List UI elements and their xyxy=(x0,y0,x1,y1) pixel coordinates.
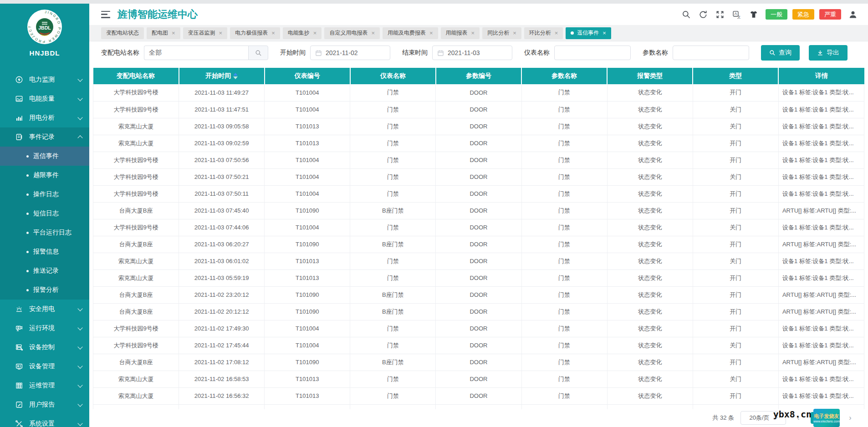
table-cell: DOOR xyxy=(436,286,521,303)
table-cell: 2021-11-03 07:50:11 xyxy=(179,185,265,202)
column-header-参数名称[interactable]: 参数名称 xyxy=(521,68,607,84)
close-icon[interactable]: × xyxy=(371,30,375,36)
table-cell: 门禁 xyxy=(521,135,607,152)
meter-name-input[interactable] xyxy=(554,46,631,60)
table-cell: 关门 xyxy=(693,253,778,269)
search-icon[interactable] xyxy=(681,10,691,20)
menu-toggle-icon[interactable] xyxy=(101,11,110,18)
tab-电力极值报表[interactable]: 电力极值报表× xyxy=(230,27,280,39)
sidebar-item-label: 运维管理 xyxy=(29,381,75,390)
sidebar-item-label: 用电分析 xyxy=(29,114,75,122)
sidebar-subitem-报警分析[interactable]: 报警分析 xyxy=(0,280,89,300)
refresh-icon[interactable] xyxy=(698,10,708,20)
column-header-详情[interactable]: 详情 xyxy=(778,68,864,84)
sidebar-subitem-推送记录[interactable]: 推送记录 xyxy=(0,261,89,280)
alarm-badge-紧急[interactable]: 紧急 xyxy=(792,9,814,20)
sidebar-item-运行环境[interactable]: 运行环境 xyxy=(0,319,89,338)
tab-变压器监测[interactable]: 变压器监测× xyxy=(183,27,228,39)
sidebar-item-事件记录[interactable]: 事件记录 xyxy=(0,127,89,147)
sidebar-item-电能质量[interactable]: 电能质量 xyxy=(0,89,89,108)
tab-环比分析[interactable]: 环比分析× xyxy=(524,27,563,39)
end-date-input[interactable]: 2021-11-03 xyxy=(432,46,512,60)
table-cell xyxy=(607,404,693,409)
column-header-开始时间[interactable]: 开始时间 xyxy=(179,68,265,84)
sidebar-item-用电分析[interactable]: 用电分析 xyxy=(0,108,89,127)
tab-配电图[interactable]: 配电图× xyxy=(147,27,180,39)
table-cell: T101013 xyxy=(265,118,350,135)
tab-同比分析[interactable]: 同比分析× xyxy=(482,27,521,39)
close-icon[interactable]: × xyxy=(555,30,558,36)
table-cell: DOOR xyxy=(436,269,521,286)
page-size-select[interactable]: 20条/页 xyxy=(740,411,786,425)
table-cell: 2021-11-02 17:49:30 xyxy=(179,320,265,337)
close-icon[interactable]: × xyxy=(219,30,223,36)
table-cell xyxy=(521,404,607,409)
page-button-1[interactable]: 1 xyxy=(811,412,822,424)
column-header-仪表名称[interactable]: 仪表名称 xyxy=(350,68,436,84)
sidebar-subitem-操作日志[interactable]: 操作日志 xyxy=(0,185,89,204)
query-button[interactable]: 查询 xyxy=(761,45,800,61)
station-search-icon[interactable] xyxy=(248,46,268,60)
close-icon[interactable]: × xyxy=(513,30,516,36)
sidebar-subitem-报警信息[interactable]: 报警信息 xyxy=(0,242,89,261)
sidebar-subitem-平台运行日志[interactable]: 平台运行日志 xyxy=(0,223,89,242)
sidebar-subitem-遥信事件[interactable]: 遥信事件 xyxy=(0,147,89,166)
sidebar-item-设备控制[interactable]: 设备控制 xyxy=(0,338,89,357)
column-header-报警类型[interactable]: 报警类型 xyxy=(607,68,693,84)
sidebar-subitem-短信日志[interactable]: 短信日志 xyxy=(0,204,89,223)
close-icon[interactable]: × xyxy=(172,30,175,36)
sidebar-item-设备管理[interactable]: 设备管理 xyxy=(0,357,89,376)
table-cell: T101004 xyxy=(265,168,350,185)
close-icon[interactable]: × xyxy=(602,30,606,36)
column-header-变配电站名称[interactable]: 变配电站名称 xyxy=(93,68,179,84)
sort-caret-icon[interactable] xyxy=(233,73,238,79)
tab-变配电站状态[interactable]: 变配电站状态 xyxy=(101,27,144,39)
column-header-类型[interactable]: 类型 xyxy=(693,68,778,84)
param-name-input[interactable] xyxy=(673,46,749,60)
usage-analysis-icon xyxy=(15,113,24,122)
table-cell: 2021-11-03 07:44:06 xyxy=(179,219,265,236)
table-cell: 大学科技园9号楼 xyxy=(93,101,179,118)
prev-page-button[interactable]: ‹ xyxy=(792,412,804,424)
table-cell: 状态变化 xyxy=(607,202,693,219)
table-cell: 2021-11-03 11:47:51 xyxy=(179,101,265,118)
tab-电能集抄[interactable]: 电能集抄× xyxy=(283,27,322,39)
language-icon[interactable]: A文 xyxy=(732,10,742,20)
fullscreen-icon[interactable] xyxy=(715,10,725,20)
column-header-仪表编号[interactable]: 仪表编号 xyxy=(265,68,350,84)
theme-icon[interactable] xyxy=(749,10,759,20)
sidebar-item-用户报告[interactable]: 用户报告 xyxy=(0,395,89,414)
page-button-2[interactable]: 2 xyxy=(826,412,838,424)
sidebar-item-电力监测[interactable]: 电力监测 xyxy=(0,70,89,89)
table-cell: DOOR xyxy=(436,84,521,101)
close-icon[interactable]: × xyxy=(471,30,475,36)
start-date-value: 2021-11-02 xyxy=(326,49,358,56)
close-icon[interactable]: × xyxy=(271,30,275,36)
sidebar-item-安全用电[interactable]: 安全用电 xyxy=(0,300,89,319)
start-date-input[interactable]: 2021-11-02 xyxy=(310,46,390,60)
alarm-badge-一般[interactable]: 一般 xyxy=(766,9,787,20)
close-icon[interactable]: × xyxy=(429,30,433,36)
sidebar-item-运维管理[interactable]: 运维管理 xyxy=(0,376,89,395)
table-cell: 门禁 xyxy=(350,269,436,286)
table-cell: T101090 xyxy=(265,236,350,253)
tab-用能报表[interactable]: 用能报表× xyxy=(441,27,480,39)
station-input[interactable] xyxy=(144,46,248,60)
export-button[interactable]: 导出 xyxy=(809,45,848,61)
table-cell: 门禁 xyxy=(521,219,607,236)
table-cell: DOOR xyxy=(436,118,521,135)
tab-自定义用电报表[interactable]: 自定义用电报表× xyxy=(324,27,380,39)
table-cell: 开门 xyxy=(693,354,778,371)
user-icon[interactable] xyxy=(848,10,858,20)
sidebar-subitem-越限事件[interactable]: 越限事件 xyxy=(0,166,89,185)
sidebar-item-系统设置[interactable]: 系统设置 xyxy=(0,414,89,427)
column-header-参数编号[interactable]: 参数编号 xyxy=(436,68,521,84)
table-cell: 关门 xyxy=(693,168,778,185)
close-icon[interactable]: × xyxy=(313,30,317,36)
chevron-down-icon xyxy=(77,363,82,368)
next-page-button[interactable]: › xyxy=(844,412,856,424)
alarm-badge-严重[interactable]: 严重 xyxy=(819,9,841,20)
tab-遥信事件[interactable]: 遥信事件× xyxy=(566,27,611,39)
tab-用能及电费报表[interactable]: 用能及电费报表× xyxy=(383,27,438,39)
table-cell: 开门 xyxy=(693,303,778,320)
